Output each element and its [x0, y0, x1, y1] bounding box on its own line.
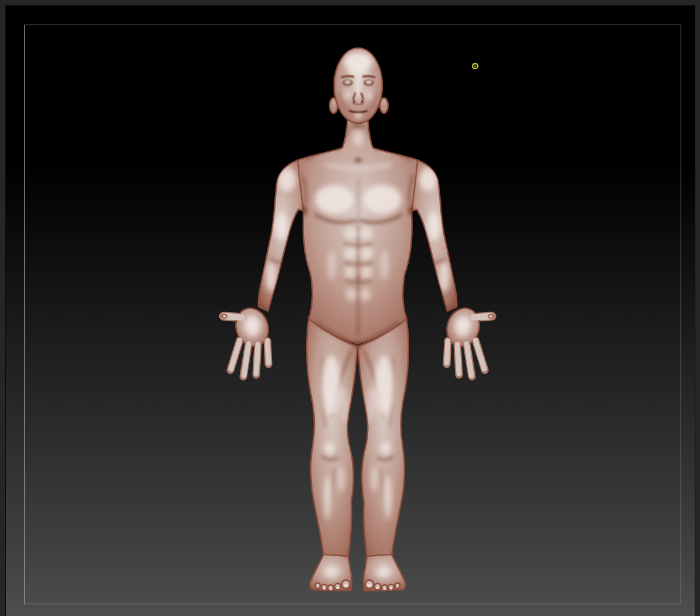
left-hand: [222, 304, 273, 377]
canvas-viewport[interactable]: [5, 5, 695, 616]
window-frame: [0, 0, 700, 616]
anatomy-model[interactable]: [0, 0, 700, 616]
right-hand: [442, 304, 493, 377]
draw-cursor-center: [474, 65, 477, 67]
left-eye: [342, 80, 353, 86]
screenshot-root: { "scene": { "description": "Bald muscul…: [0, 0, 700, 616]
draw-cursor: [472, 63, 478, 69]
right-eye: [363, 80, 374, 86]
